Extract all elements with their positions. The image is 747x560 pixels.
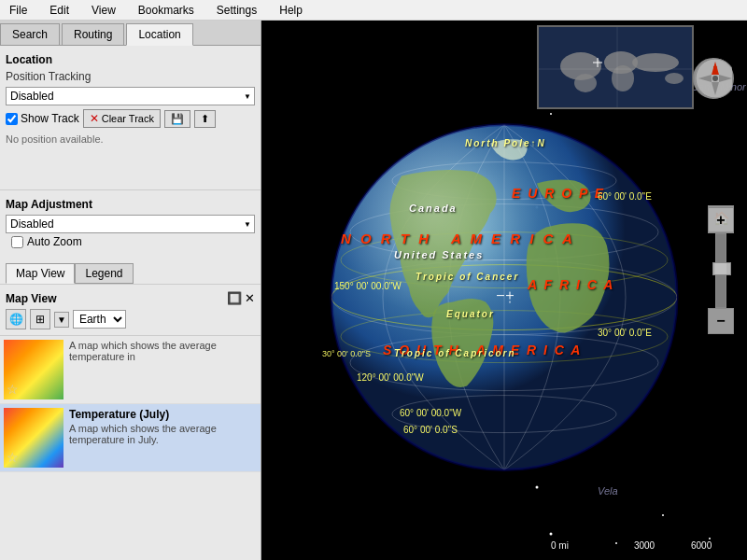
globe-view-btn[interactable]: 🌐: [6, 309, 26, 329]
tab-routing[interactable]: Routing: [62, 23, 124, 45]
svg-point-46: [665, 73, 684, 84]
map-adj-dropdown[interactable]: Disabled Auto: [6, 215, 255, 233]
save-icon: 💾: [171, 113, 184, 125]
scale-bar: 0 mi 3000 6000: [551, 539, 747, 551]
label-us: United States: [394, 249, 484, 260]
tracking-dropdown[interactable]: Disabled GPS Manual: [6, 87, 255, 105]
tracking-dropdown-wrapper: Disabled GPS Manual: [6, 87, 255, 105]
svg-point-42: [574, 74, 597, 92]
map-name-2: Temperature (July): [69, 408, 257, 421]
tracking-dropdown-row: Disabled GPS Manual: [6, 87, 255, 105]
show-track-text: Show Track: [21, 112, 79, 125]
location-section: Location Position Tracking Disabled GPS …: [0, 46, 261, 152]
auto-zoom-label: Auto Zoom: [27, 235, 82, 248]
map-adj-dropdown-row: Disabled Auto: [6, 215, 255, 233]
clear-track-label: Clear Track: [102, 113, 154, 124]
zoom-slider-thumb[interactable]: [712, 262, 731, 275]
menubar: File Edit View Bookmarks Settings Help: [0, 0, 747, 21]
coord-30e: 30° 00' 0.0"E: [598, 328, 652, 338]
svg-point-23: [550, 533, 553, 536]
map-info-2: Temperature (July) A map which shows the…: [69, 408, 257, 468]
menu-settings[interactable]: Settings: [211, 2, 262, 19]
mapview-header: Map View 🔲 ✕: [6, 290, 255, 305]
show-track-checkbox[interactable]: [6, 113, 18, 125]
nav-controls: N: [693, 58, 734, 103]
grid-dropdown-btn[interactable]: ▼: [54, 312, 69, 328]
tab-legend[interactable]: Legend: [75, 263, 133, 284]
map-list: ☆ A map which shows the average temperat…: [0, 335, 261, 560]
scale-label-3000: 3000: [598, 540, 691, 551]
export-track-button[interactable]: ⬆: [194, 110, 216, 128]
minimap-svg: [539, 27, 694, 109]
auto-zoom-checkbox[interactable]: [11, 236, 23, 248]
globe-svg: [327, 120, 682, 475]
minimap-inset: [537, 25, 694, 109]
map-adjustment-section: Map Adjustment Disabled Auto Auto Zoom: [0, 189, 261, 256]
zoom-out-button[interactable]: −: [708, 308, 734, 334]
mapview-controls: 🌐 ⊞ ▼ Earth Moon Mars: [6, 309, 255, 329]
export-icon: ⬆: [201, 113, 209, 125]
spacer1: [0, 152, 261, 189]
coord-150w: 150° 00' 00.0"W: [334, 281, 402, 291]
svg-point-13: [550, 113, 552, 115]
map-desc-2: A map which shows the average temperatur…: [69, 423, 257, 445]
view-tab-bar: Map View Legend: [0, 256, 261, 284]
label-tropic-cancer: Tropic of Cancer: [416, 272, 519, 282]
tab-search[interactable]: Search: [0, 23, 60, 45]
tab-map-view[interactable]: Map View: [6, 263, 75, 284]
coord-60e-top: 60° 00' 0.0"E: [598, 191, 652, 202]
left-panel: Search Routing Location Location Positio…: [0, 21, 261, 560]
menu-file[interactable]: File: [4, 2, 33, 19]
svg-point-17: [536, 486, 539, 489]
zoom-in-button[interactable]: +: [708, 207, 734, 233]
label-tropic-capricorn: Tropic of Capricorn: [394, 348, 516, 358]
coord-60w: 60° 00' 00.0"W: [400, 408, 461, 418]
coord-120w: 120° 00' 00.0"W: [357, 372, 424, 383]
menu-help[interactable]: Help: [274, 2, 308, 19]
svg-point-73: [712, 76, 718, 81]
label-north-america: N O R T H A M E R I C A: [341, 231, 575, 246]
list-item[interactable]: ☆ A map which shows the average temperat…: [0, 336, 261, 404]
zoom-slider-track[interactable]: [715, 233, 726, 308]
scale-label-0: 0 mi: [551, 540, 598, 551]
map-area[interactable]: Canis Minor Hydra Orion Columbus Vela Ca…: [261, 21, 747, 560]
menu-edit[interactable]: Edit: [44, 2, 75, 19]
zoom-controls: + −: [708, 207, 734, 334]
save-track-button[interactable]: 💾: [164, 110, 190, 128]
clear-track-button[interactable]: ✕ Clear Track: [83, 109, 161, 128]
map-adjustment-title: Map Adjustment: [6, 198, 255, 211]
mapview-title: Map View: [6, 292, 56, 305]
scale-labels: 0 mi 3000 6000: [551, 540, 712, 551]
map-info-1: A map which shows the average temperatur…: [69, 340, 257, 399]
mapview-info-icon[interactable]: 🔲: [227, 291, 242, 305]
mapview-close-icon[interactable]: ✕: [245, 291, 255, 305]
position-tracking-label: Position Tracking: [6, 70, 255, 83]
constellation-vela: Vela: [598, 485, 618, 497]
map-desc-1: A map which shows the average temperatur…: [69, 340, 257, 362]
map-thumb-1: ☆: [4, 340, 63, 399]
svg-text:N: N: [712, 65, 717, 72]
clear-track-icon: ✕: [90, 112, 99, 125]
auto-zoom-row: Auto Zoom: [6, 233, 255, 250]
menu-view[interactable]: View: [86, 2, 121, 19]
scale-label-6000: 6000: [691, 540, 712, 551]
menu-bookmarks[interactable]: Bookmarks: [133, 2, 200, 19]
show-track-label[interactable]: Show Track: [6, 112, 79, 125]
star-icon-2: ☆: [7, 450, 19, 465]
label-europe: E U R O P E: [512, 186, 605, 201]
compass-rose[interactable]: N: [693, 58, 734, 99]
track-controls-row: Show Track ✕ Clear Track 💾 ⬆: [6, 109, 255, 128]
globe-container: N O R T H A M E R I C A E U R O P E A F …: [327, 120, 682, 475]
view-tabs: Map View Legend: [6, 263, 255, 284]
earth-dropdown[interactable]: Earth Moon Mars: [74, 311, 125, 328]
svg-point-62: [331, 125, 677, 470]
tab-location[interactable]: Location: [126, 23, 192, 46]
mapview-section: Map View 🔲 ✕ 🌐 ⊞ ▼ Earth Moon Mars: [0, 284, 261, 335]
list-item[interactable]: ☆ Temperature (July) A map which shows t…: [0, 404, 261, 472]
main-layout: Search Routing Location Location Positio…: [0, 21, 747, 560]
grid-view-btn[interactable]: ⊞: [30, 309, 50, 329]
location-title: Location: [6, 53, 255, 66]
panel-scroll: Location Position Tracking Disabled GPS …: [0, 46, 261, 560]
earth-select[interactable]: Earth Moon Mars: [73, 310, 126, 329]
compass-svg: N: [695, 58, 732, 99]
